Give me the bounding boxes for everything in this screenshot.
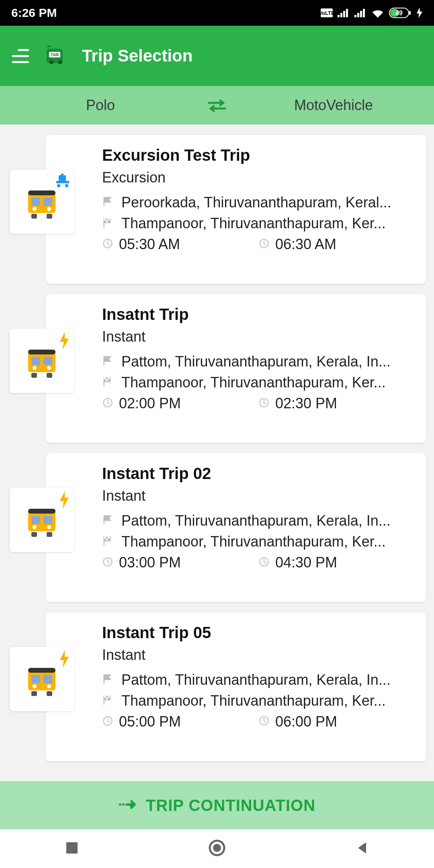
svg-rect-61 [104, 537, 106, 539]
trip-title: Instant Trip 05 [102, 624, 415, 642]
trip-continuation-button[interactable]: TRIP CONTINUATION [0, 781, 434, 829]
signal-icon [338, 8, 350, 17]
page-title: Trip Selection [82, 46, 192, 66]
svg-rect-22 [43, 198, 52, 206]
svg-text:VoLTE: VoLTE [321, 10, 333, 16]
svg-rect-34 [108, 219, 110, 221]
route-from[interactable]: Polo [0, 97, 201, 114]
svg-point-17 [49, 60, 53, 64]
svg-rect-76 [108, 696, 110, 698]
clock-icon [258, 713, 270, 730]
trip-from: Pattom, Thiruvananthapuram, Kerala, In..… [121, 353, 391, 370]
trip-list[interactable]: Excursion Test Trip Excursion Peroorkada… [0, 125, 434, 781]
trip-to-row: Thampanoor, Thiruvananthapuram, Ker... [102, 374, 415, 391]
trip-title: Instant Trip 02 [102, 465, 415, 483]
svg-rect-58 [31, 532, 37, 537]
trip-title: Excursion Test Trip [102, 146, 415, 164]
bolt-icon [58, 332, 71, 351]
bus-icon [23, 215, 61, 222]
svg-rect-77 [106, 698, 108, 700]
clock-icon [102, 554, 113, 571]
svg-rect-8 [360, 11, 362, 17]
arrow-right-icon [119, 798, 138, 813]
trip-depart-time: 05:00 PM [119, 713, 181, 730]
svg-rect-41 [43, 357, 52, 365]
trip-to-row: Thampanoor, Thiruvananthapuram, Ker... [102, 215, 415, 232]
back-button[interactable] [355, 841, 369, 857]
svg-rect-2 [338, 15, 340, 17]
trip-type: Instant [102, 647, 415, 663]
svg-rect-53 [28, 509, 55, 514]
svg-rect-5 [346, 9, 348, 17]
battery-icon: 49 [389, 8, 411, 18]
svg-point-43 [47, 366, 51, 370]
home-button[interactable] [208, 839, 226, 858]
svg-rect-3 [340, 13, 342, 17]
svg-rect-59 [47, 532, 52, 537]
system-nav-bar [0, 829, 434, 868]
trip-depart-time: 03:00 PM [119, 554, 181, 571]
svg-point-56 [33, 525, 37, 529]
trip-to: Thampanoor, Thiruvananthapuram, Ker... [121, 215, 386, 232]
route-bar: Polo MotoVehicle [0, 86, 434, 125]
svg-rect-55 [43, 516, 52, 524]
trip-card[interactable]: Instant Trip 05 Instant Pattom, Thiruvan… [46, 612, 426, 761]
svg-rect-54 [31, 516, 40, 524]
svg-point-24 [47, 207, 51, 211]
bus-icon [23, 375, 61, 381]
trip-to: Thampanoor, Thiruvananthapuram, Ker... [121, 692, 386, 709]
svg-point-23 [33, 207, 37, 211]
recent-apps-button[interactable] [65, 841, 79, 857]
svg-rect-44 [31, 373, 37, 378]
svg-rect-28 [61, 174, 63, 176]
svg-rect-49 [106, 379, 108, 381]
svg-rect-13 [409, 11, 411, 15]
svg-text:TAM: TAM [51, 53, 59, 57]
svg-point-80 [119, 803, 121, 806]
svg-rect-29 [56, 181, 69, 183]
svg-rect-33 [104, 219, 106, 221]
trip-arrive-time: 04:30 PM [275, 554, 337, 571]
flag-end-icon [102, 374, 115, 391]
bus-icon [23, 534, 61, 540]
charging-icon [416, 8, 423, 18]
svg-rect-40 [31, 357, 40, 365]
svg-rect-6 [354, 15, 356, 17]
trip-to: Thampanoor, Thiruvananthapuram, Ker... [121, 374, 386, 391]
trip-card[interactable]: Instant Trip 02 Instant Pattom, Thiruvan… [46, 453, 426, 602]
svg-point-30 [57, 184, 60, 187]
trip-card[interactable]: Insatnt Trip Instant Pattom, Thiruvanant… [46, 294, 426, 443]
wifi-icon [371, 8, 384, 18]
flag-start-icon [102, 353, 115, 370]
svg-rect-68 [31, 675, 40, 683]
trip-badge [10, 329, 74, 393]
swap-icon[interactable] [201, 98, 233, 113]
menu-icon[interactable] [12, 49, 29, 63]
app-bar: TAM Trip Selection [0, 26, 434, 86]
svg-point-70 [33, 684, 37, 688]
trip-title: Insatnt Trip [102, 305, 415, 323]
trip-from-row: Peroorkada, Thiruvananthapuram, Keral... [102, 194, 415, 211]
signal-icon-2 [354, 8, 366, 17]
clock-icon [258, 236, 270, 253]
trip-from-row: Pattom, Thiruvananthapuram, Kerala, In..… [102, 353, 415, 370]
svg-rect-9 [363, 9, 365, 17]
trip-arrive-time: 06:00 PM [275, 713, 337, 730]
svg-rect-21 [31, 198, 40, 206]
trip-card[interactable]: Excursion Test Trip Excursion Peroorkada… [46, 135, 426, 284]
bolt-icon [58, 491, 71, 510]
trip-badge [10, 170, 74, 234]
flag-end-icon [102, 533, 115, 550]
svg-rect-45 [47, 373, 52, 378]
svg-rect-72 [31, 691, 37, 696]
route-to[interactable]: MotoVehicle [233, 97, 434, 114]
svg-text:49: 49 [395, 10, 403, 16]
svg-rect-63 [106, 538, 108, 540]
svg-rect-20 [28, 190, 55, 195]
svg-rect-75 [104, 696, 106, 698]
svg-rect-62 [108, 537, 110, 539]
svg-point-42 [33, 366, 37, 370]
trip-time-row: 05:00 PM 06:00 PM [102, 713, 415, 730]
flag-start-icon [102, 671, 115, 688]
svg-point-81 [122, 803, 125, 806]
